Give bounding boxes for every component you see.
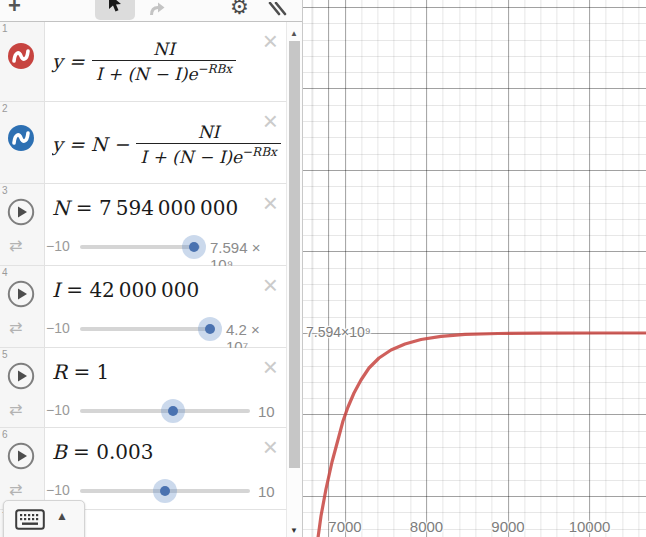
loop-direction-icon[interactable]: ⇄ [9,400,22,419]
slider-max-label[interactable]: 10 [258,403,275,420]
loop-direction-icon[interactable]: ⇄ [9,236,22,255]
open-tray-arrow-icon[interactable]: ▲ [56,509,68,523]
slider-thumb[interactable] [189,242,199,252]
row-number: 5 [2,349,8,360]
loop-direction-icon[interactable]: ⇄ [9,480,22,499]
expression-gutter[interactable]: 2 [0,102,45,183]
slider-min-label[interactable]: −10 [46,402,70,418]
add-expression-button[interactable]: + [8,0,21,19]
slider-min-label[interactable]: −10 [46,238,70,254]
slider-min-label[interactable]: −10 [46,320,70,336]
slider-min-label[interactable]: −10 [46,482,70,498]
curve-color-icon-blue[interactable] [7,124,35,152]
close-icon[interactable]: × [263,28,278,54]
double-chevron-icon [264,2,288,16]
x-axis-tick-label: 9000 [491,518,524,535]
slider-thumb[interactable] [205,324,215,334]
play-slider-button[interactable] [7,198,35,226]
close-icon[interactable]: × [263,434,278,460]
expression-list-scrollbar[interactable]: ▲ ▼ [287,22,302,537]
fraction: NI I + (N − I)e−RBx [136,122,280,167]
equation-lead: y = [52,50,85,72]
slider-track[interactable] [80,409,250,413]
y-axis-tick-label: 7.594×10⁹ [306,324,371,340]
pointer-tool-button[interactable] [95,0,135,20]
graph-canvas[interactable]: 7.594×10⁹ 7000 8000 9000 10000 [303,0,646,537]
curve-color-icon-red[interactable] [7,42,35,70]
x-axis-tick-label: 8000 [410,518,443,535]
play-slider-button[interactable] [7,362,35,390]
fraction-denominator: I + (N − I)e−RBx [92,60,236,84]
equation-1[interactable]: y = NI I + (N − I)e−RBx [52,39,236,84]
keyboard-icon [15,509,45,530]
expression-gutter[interactable]: 5 ⇄ [0,348,45,427]
play-icon [7,442,35,470]
gear-icon[interactable]: ⚙ [230,0,249,19]
expression-row-5[interactable]: 5 ⇄ R = 1 −10 10 × [0,348,287,428]
scrollbar-thumb[interactable] [289,41,300,468]
close-icon[interactable]: × [263,354,278,380]
slider-track[interactable] [80,245,200,249]
close-icon[interactable]: × [263,272,278,298]
slider-definition[interactable]: N = 7 594 000 000 [52,196,238,220]
slider-max-label[interactable]: 10 [258,483,275,500]
row-number: 2 [2,103,8,114]
show-keyboard-button[interactable]: ▲ [3,500,85,537]
play-icon [7,362,35,390]
expression-gutter[interactable]: 6 ⇄ [0,428,45,509]
expression-gutter[interactable]: 1 [0,22,45,101]
x-axis-tick-label: 10000 [569,518,611,535]
row-number: 4 [2,267,8,278]
expression-row-6[interactable]: 6 ⇄ B = 0.003 −10 10 × [0,428,287,510]
loop-direction-icon[interactable]: ⇄ [9,318,22,337]
play-icon [7,280,35,308]
equation-2[interactable]: y = N − NI I + (N − I)e−RBx [52,122,284,167]
redo-button[interactable] [148,2,165,20]
expression-row-2[interactable]: 2 y = N − NI I + (N − I)e−RBx × [0,102,287,184]
close-icon[interactable]: × [263,190,278,216]
collapse-panel-button[interactable] [264,2,288,20]
expression-gutter[interactable]: 3 ⇄ [0,184,45,265]
slider-thumb[interactable] [160,486,170,496]
slider-definition[interactable]: I = 42 000 000 [52,278,199,302]
desmos-app: 7.594×10⁹ 7000 8000 9000 10000 + ⚙ [0,0,646,537]
slider-definition[interactable]: B = 0.003 [52,440,153,464]
expressions-toolbar: + ⚙ [0,0,302,22]
fraction-numerator: NI [192,122,226,143]
slider-thumb[interactable] [168,406,178,416]
fraction-denominator: I + (N − I)e−RBx [136,143,280,167]
logistic-curve [303,0,646,537]
expression-panel: + ⚙ 1 [0,0,303,537]
expression-gutter[interactable]: 4 ⇄ [0,266,45,347]
row-number: 1 [2,23,8,34]
redo-arrow-icon [148,2,165,16]
equation-lead: y = N − [52,133,129,155]
slider-definition[interactable]: R = 1 [52,360,109,384]
slider-track[interactable] [80,489,250,493]
expression-row-1[interactable]: 1 y = NI I + (N − I)e−RBx × [0,22,287,102]
scroll-up-icon[interactable]: ▲ [290,29,298,38]
play-slider-button[interactable] [7,280,35,308]
expression-row-3[interactable]: 3 ⇄ N = 7 594 000 000 −10 7.594 × 10⁹ × [0,184,287,266]
close-icon[interactable]: × [263,108,278,134]
row-number: 6 [2,429,8,440]
fraction-numerator: NI [147,39,181,60]
expression-row-4[interactable]: 4 ⇄ I = 42 000 000 −10 4.2 × 10⁷ × [0,266,287,348]
slider-track[interactable] [80,327,213,331]
row-number: 3 [2,185,8,196]
play-icon [7,198,35,226]
fraction: NI I + (N − I)e−RBx [92,39,236,84]
cursor-icon [108,0,122,14]
x-axis-tick-label: 7000 [328,518,361,535]
scroll-down-icon[interactable]: ▼ [290,526,298,535]
play-slider-button[interactable] [7,442,35,470]
